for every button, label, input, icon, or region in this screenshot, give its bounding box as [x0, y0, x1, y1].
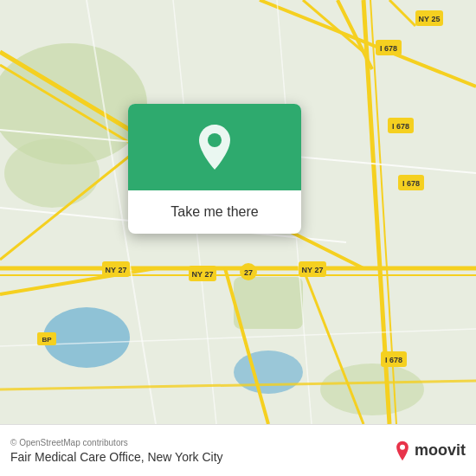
- svg-text:NY 25: NY 25: [419, 15, 441, 23]
- svg-point-6: [320, 363, 424, 415]
- svg-point-50: [400, 444, 405, 449]
- bottom-bar: © OpenStreetMap contributors Fair Medica…: [0, 424, 476, 476]
- svg-point-5: [234, 351, 303, 394]
- svg-text:NY 27: NY 27: [106, 266, 127, 274]
- popup-green-area: [128, 104, 301, 190]
- moovit-pin-icon: [394, 441, 411, 461]
- svg-text:I 678: I 678: [392, 122, 409, 131]
- svg-text:I 678: I 678: [385, 356, 402, 364]
- svg-point-2: [4, 138, 100, 208]
- svg-text:BP: BP: [42, 336, 52, 344]
- svg-text:NY 27: NY 27: [192, 270, 214, 279]
- svg-rect-3: [234, 277, 303, 329]
- svg-text:I 678: I 678: [402, 179, 420, 188]
- svg-text:I 678: I 678: [380, 44, 397, 53]
- svg-text:27: 27: [244, 268, 253, 277]
- svg-text:NY 27: NY 27: [302, 266, 324, 274]
- moovit-brand-text: moovit: [415, 441, 466, 460]
- popup-card: Take me there: [128, 104, 301, 234]
- popup-button-area: Take me there: [128, 190, 301, 234]
- location-pin-icon: [194, 123, 235, 171]
- svg-point-49: [208, 133, 222, 147]
- map-container: NY 25 I 678 I 678 I 678 I 678 NY 27 NY 2…: [0, 0, 476, 424]
- take-me-there-button[interactable]: Take me there: [164, 201, 265, 223]
- moovit-logo: moovit: [394, 441, 466, 461]
